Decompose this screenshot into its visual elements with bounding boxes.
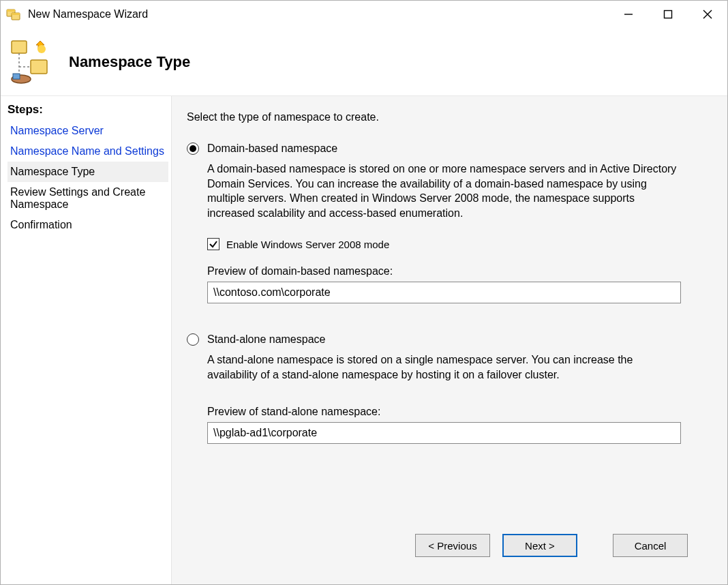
cancel-button[interactable]: Cancel [613,534,688,557]
wizard-footer: < Previous Next > Cancel [187,522,707,571]
svg-rect-1 [7,10,15,12]
domain-preview-label: Preview of domain-based namespace: [207,265,707,278]
namespace-type-icon [9,38,57,86]
standalone-preview-field[interactable] [207,422,681,444]
wizard-window: New Namespace Wizard [0,0,728,585]
maximize-button[interactable] [648,1,688,27]
radio-standalone[interactable] [187,333,199,346]
checkbox-ws2008-mode[interactable] [207,238,219,250]
checkbox-ws2008-mode-label: Enable Windows Server 2008 mode [226,239,389,250]
domain-based-description: A domain-based namespace is stored on on… [207,162,684,220]
radio-domain-based-label: Domain-based namespace [207,142,337,155]
step-namespace-server[interactable]: Namespace Server [7,121,168,141]
page-title: Namespace Type [69,53,190,71]
namespace-wizard-icon [6,7,21,21]
radio-domain-based[interactable] [187,142,199,155]
svg-rect-12 [31,60,47,74]
standalone-description: A stand-alone namespace is stored on a s… [207,352,684,382]
steps-sidebar: Steps: Namespace Server Namespace Name a… [1,96,171,584]
standalone-preview-label: Preview of stand-alone namespace: [207,406,707,418]
step-namespace-name-and-settings[interactable]: Namespace Name and Settings [7,141,168,162]
banner: Namespace Type [1,28,727,96]
content-pane: Select the type of namespace to create. … [171,96,727,584]
radio-standalone-label: Stand-alone namespace [207,333,325,346]
domain-preview-field[interactable] [207,282,681,303]
step-namespace-type[interactable]: Namespace Type [7,162,168,182]
intro-text: Select the type of namespace to create. [187,111,707,123]
svg-rect-8 [12,41,27,53]
minimize-button[interactable] [609,1,648,27]
titlebar: New Namespace Wizard [1,1,727,28]
previous-button[interactable]: < Previous [415,534,490,557]
svg-rect-5 [665,11,672,18]
svg-point-9 [37,45,46,53]
next-button[interactable]: Next > [502,534,577,557]
svg-rect-3 [12,13,20,15]
step-review-settings: Review Settings and Create Namespace [7,182,168,215]
close-button[interactable] [688,1,727,27]
option-standalone: Stand-alone namespace A stand-alone name… [187,333,707,443]
steps-heading: Steps: [7,103,168,117]
window-title: New Namespace Wizard [28,8,609,20]
svg-rect-14 [13,74,20,79]
step-confirmation: Confirmation [7,215,168,235]
option-domain-based: Domain-based namespace A domain-based na… [187,142,707,303]
